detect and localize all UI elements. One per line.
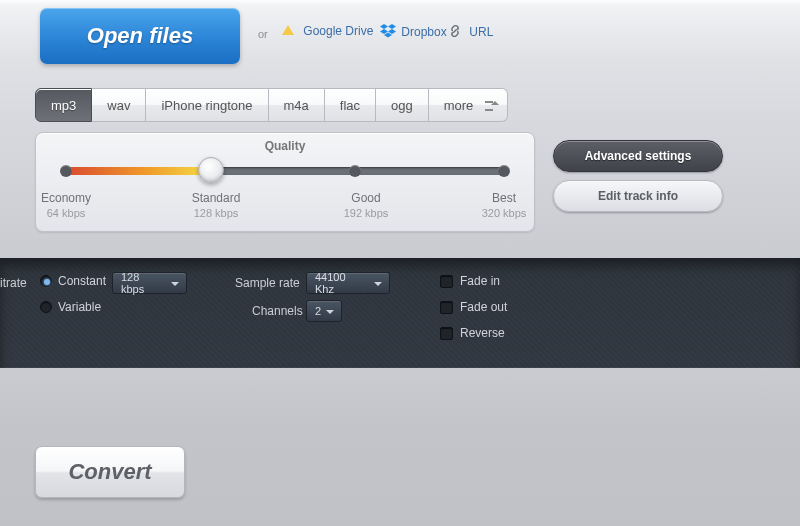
fade-out-checkbox[interactable]: Fade out (440, 300, 507, 314)
advanced-settings-panel: itrate Constant Variable 128 kbps Sample… (0, 258, 800, 368)
quality-stop-economy[interactable] (60, 165, 72, 177)
quality-rate: 64 kbps (26, 207, 106, 219)
quality-name: Standard (192, 191, 241, 205)
bitrate-dropdown[interactable]: 128 kbps (112, 272, 187, 294)
quality-rate: 320 kbps (464, 207, 544, 219)
quality-rate: 192 kbps (326, 207, 406, 219)
quality-title: Quality (36, 139, 534, 153)
radio-dot-icon (40, 301, 52, 313)
quality-slider-fill (66, 167, 211, 175)
fade-out-label: Fade out (460, 300, 507, 314)
quality-stop-best[interactable] (498, 165, 510, 177)
dropbox-link[interactable]: Dropbox (380, 24, 447, 39)
tab-flac[interactable]: flac (325, 88, 376, 122)
url-link[interactable]: URL (448, 24, 493, 39)
channels-label: Channels (252, 304, 303, 318)
quality-label-best: Best 320 kbps (464, 191, 544, 219)
bitrate-label: itrate (0, 276, 27, 290)
dropbox-label: Dropbox (401, 25, 446, 39)
checkbox-icon (440, 327, 453, 340)
quality-panel: Quality Economy 64 kbps Standard 128 kbp… (35, 132, 535, 232)
convert-button[interactable]: Convert (35, 446, 185, 498)
quality-name: Economy (41, 191, 91, 205)
tab-iphone-ringtone[interactable]: iPhone ringtone (146, 88, 268, 122)
channels-dropdown[interactable]: 2 (306, 300, 342, 322)
sample-rate-label: Sample rate (235, 276, 300, 290)
edit-track-info-button[interactable]: Edit track info (553, 180, 723, 212)
reverse-checkbox[interactable]: Reverse (440, 326, 505, 340)
reverse-label: Reverse (460, 326, 505, 340)
radio-dot-icon (40, 275, 52, 287)
quality-name: Best (492, 191, 516, 205)
bitrate-variable-label: Variable (58, 300, 101, 314)
bitrate-variable-radio[interactable]: Variable (40, 300, 101, 314)
open-files-row: Open files or Google Drive Dropbox URL (0, 0, 800, 80)
url-label: URL (469, 25, 493, 39)
quality-label-good: Good 192 kbps (326, 191, 406, 219)
google-drive-label: Google Drive (303, 24, 373, 38)
checkbox-icon (440, 275, 453, 288)
quality-label-economy: Economy 64 kbps (26, 191, 106, 219)
bitrate-constant-radio[interactable]: Constant (40, 274, 106, 288)
advanced-settings-button[interactable]: Advanced settings (553, 140, 723, 172)
quality-stop-good[interactable] (349, 165, 361, 177)
quality-name: Good (351, 191, 380, 205)
quality-slider-thumb[interactable] (198, 157, 224, 183)
google-drive-icon (282, 25, 296, 37)
bitrate-constant-label: Constant (58, 274, 106, 288)
fade-in-checkbox[interactable]: Fade in (440, 274, 500, 288)
quality-label-standard: Standard 128 kbps (176, 191, 256, 219)
or-text: or (258, 28, 268, 40)
quality-slider[interactable] (66, 167, 504, 175)
google-drive-link[interactable]: Google Drive (282, 24, 373, 38)
format-tabs: mp3 wav iPhone ringtone m4a flac ogg mor… (35, 88, 508, 122)
checkbox-icon (440, 301, 453, 314)
open-files-button[interactable]: Open files (40, 8, 240, 64)
dropbox-icon (380, 24, 394, 36)
link-icon (448, 24, 462, 36)
tab-mp3[interactable]: mp3 (35, 88, 92, 122)
quality-rate: 128 kbps (176, 207, 256, 219)
tab-ogg[interactable]: ogg (376, 88, 429, 122)
tab-m4a[interactable]: m4a (269, 88, 325, 122)
tab-more[interactable]: more (429, 88, 509, 122)
tab-wav[interactable]: wav (92, 88, 146, 122)
fade-in-label: Fade in (460, 274, 500, 288)
sample-rate-dropdown[interactable]: 44100 Khz (306, 272, 390, 294)
